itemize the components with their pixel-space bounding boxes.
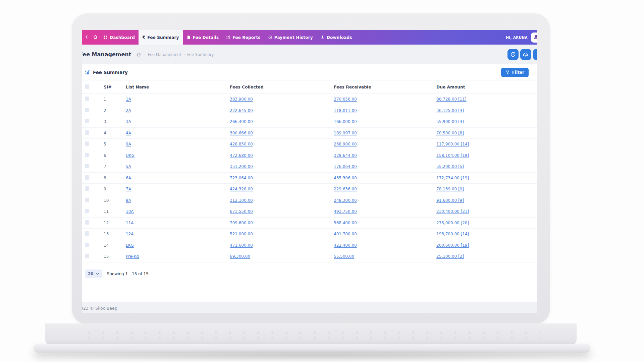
upload-button[interactable] — [520, 49, 531, 60]
fees-receivable-link[interactable]: 248,300.00 — [334, 198, 357, 203]
list-name-link[interactable]: 10A — [126, 209, 133, 214]
list-name-link[interactable]: 5A — [126, 164, 131, 169]
fees-receivable-link[interactable]: 118,011.00 — [334, 108, 357, 113]
row-checkbox[interactable] — [85, 186, 89, 191]
due-amount-link[interactable]: 230,400.00 [21] — [436, 209, 469, 214]
list-name-link[interactable]: 12A — [126, 232, 133, 236]
list-name-link[interactable]: Pre-Kg — [126, 254, 139, 259]
si-number: 7 — [104, 164, 126, 169]
fees-collected-link[interactable]: 69,300.00 — [230, 254, 250, 259]
due-amount-link[interactable]: 193,700.00 [14] — [436, 232, 469, 236]
fees-receivable-link[interactable]: 189,997.00 — [334, 131, 357, 135]
fees-collected-link[interactable]: 472,680.00 — [230, 153, 253, 158]
fees-receivable-link[interactable]: 435,306.00 — [334, 176, 357, 180]
si-number: 13 — [104, 232, 126, 236]
list-name-link[interactable]: 9A — [126, 142, 131, 146]
row-checkbox[interactable] — [85, 97, 89, 101]
table-row: 44A300,666.00189,997.0070,500.00 [8] — [82, 128, 537, 139]
fees-receivable-link[interactable]: 176,064.00 — [334, 164, 357, 169]
fees-collected-link[interactable]: 222,645.00 — [230, 108, 253, 113]
fees-receivable-link[interactable]: 422,400.00 — [334, 243, 357, 248]
breadcrumb-item-fee-summary[interactable]: Fee Summary — [187, 52, 214, 57]
row-checkbox[interactable] — [85, 231, 89, 236]
history-button[interactable] — [507, 49, 519, 60]
due-amount-link[interactable]: 78,139.00 [9] — [436, 187, 464, 191]
list-name-link[interactable]: 6A — [126, 176, 131, 180]
fees-collected-link[interactable]: 351,200.00 — [230, 164, 253, 169]
back-button[interactable] — [82, 30, 91, 45]
list-name-link[interactable]: 8A — [126, 198, 131, 203]
row-checkbox[interactable] — [85, 141, 89, 146]
nav-item-dashboard[interactable]: Dashboard — [100, 30, 139, 45]
fees-collected-link[interactable]: 424,328.00 — [230, 187, 253, 191]
chart-icon — [226, 35, 230, 40]
fees-collected-link[interactable]: 300,666.00 — [230, 131, 253, 135]
due-amount-link[interactable]: 275,000.00 [20] — [436, 221, 469, 225]
nav-item-fee-reports[interactable]: Fee Reports — [222, 30, 264, 45]
due-amount-link[interactable]: 117,900.00 [14] — [436, 142, 469, 146]
fees-receivable-link[interactable]: 55,500.00 — [334, 254, 354, 259]
fees-collected-link[interactable]: 673,550.00 — [230, 209, 253, 214]
row-checkbox[interactable] — [85, 198, 89, 202]
due-amount-link[interactable]: 200,600.00 [19] — [436, 243, 469, 248]
row-checkbox[interactable] — [85, 220, 89, 225]
nav-home-button[interactable] — [91, 30, 100, 45]
row-checkbox[interactable] — [85, 130, 89, 135]
nav-item-downloads[interactable]: Downloads — [317, 30, 356, 45]
fees-collected-link[interactable]: 266,400.00 — [230, 119, 253, 124]
fees-collected-link[interactable]: 709,600.00 — [230, 221, 253, 225]
row-checkbox[interactable] — [85, 254, 89, 258]
fees-receivable-link[interactable]: 568,400.00 — [334, 221, 357, 225]
fees-receivable-link[interactable]: 493,750.00 — [334, 209, 357, 214]
fees-receivable-link[interactable]: 270,656.00 — [334, 97, 357, 102]
fees-receivable-link[interactable]: 328,644.00 — [334, 153, 357, 158]
fees-receivable-link[interactable]: 268,900.00 — [334, 142, 357, 146]
column-header-si: SI# — [104, 85, 126, 89]
list-name-link[interactable]: 2A — [126, 108, 131, 113]
fees-receivable-link[interactable]: 401,700.00 — [334, 232, 357, 236]
fees-collected-link[interactable]: 383,900.00 — [230, 97, 253, 102]
due-amount-link[interactable]: 91,600.00 [9] — [436, 198, 464, 203]
due-amount-link[interactable]: 172,734.00 [19] — [436, 176, 469, 180]
due-amount-link[interactable]: 36,125.00 [4] — [436, 108, 464, 113]
nav-item-fee-summary[interactable]: ₹Fee Summary — [139, 30, 183, 45]
row-checkbox[interactable] — [85, 175, 89, 180]
fees-collected-link[interactable]: 471,600.00 — [230, 243, 253, 248]
breadcrumb-home-icon[interactable] — [136, 52, 141, 57]
filter-button[interactable]: Filter — [501, 68, 529, 77]
due-amount-link[interactable]: 25,100.00 [2] — [436, 254, 464, 259]
fees-collected-link[interactable]: 312,100.00 — [230, 198, 253, 203]
row-checkbox[interactable] — [85, 119, 89, 123]
due-amount-link[interactable]: 70,500.00 [8] — [436, 131, 464, 135]
due-amount-link[interactable]: 55,200.00 [5] — [436, 164, 464, 169]
avatar[interactable]: A — [531, 33, 537, 43]
due-amount-link[interactable]: 158,104.00 [19] — [436, 153, 469, 158]
list-name-link[interactable]: 4A — [126, 131, 131, 135]
list-name-link[interactable]: 1A — [126, 97, 131, 102]
fees-receivable-link[interactable]: 166,000.00 — [334, 119, 357, 124]
due-amount-link[interactable]: 88,728.00 [11] — [436, 97, 467, 102]
fees-collected-link[interactable]: 521,000.00 — [230, 232, 253, 236]
row-checkbox[interactable] — [85, 209, 89, 213]
due-amount-link[interactable]: 55,900.00 [4] — [436, 119, 464, 124]
list-name-link[interactable]: 7A — [126, 187, 131, 191]
fees-collected-link[interactable]: 723,064.00 — [230, 176, 253, 180]
list-name-link[interactable]: 3A — [126, 119, 131, 124]
row-checkbox[interactable] — [85, 108, 89, 112]
nav-item-fee-details[interactable]: Fee Details — [183, 30, 223, 45]
toolbar-extra-button[interactable] — [533, 49, 537, 60]
list-name-link[interactable]: UKG — [126, 153, 135, 158]
page-size-select[interactable]: 20 — [85, 269, 102, 278]
fees-receivable-link[interactable]: 229,636.00 — [334, 187, 357, 191]
cloud-upload-icon — [523, 52, 529, 57]
user-greeting: HI, ARUNA — [506, 36, 528, 40]
select-all-checkbox[interactable] — [85, 84, 89, 89]
list-name-link[interactable]: LKG — [126, 243, 134, 248]
fees-collected-link[interactable]: 428,850.00 — [230, 142, 253, 146]
row-checkbox[interactable] — [85, 164, 89, 168]
breadcrumb-item-fee-management[interactable]: Fee Management — [148, 52, 181, 57]
list-name-link[interactable]: 11A — [126, 221, 133, 225]
row-checkbox[interactable] — [85, 153, 89, 157]
row-checkbox[interactable] — [85, 243, 89, 247]
nav-item-payment-history[interactable]: Payment History — [264, 30, 317, 45]
